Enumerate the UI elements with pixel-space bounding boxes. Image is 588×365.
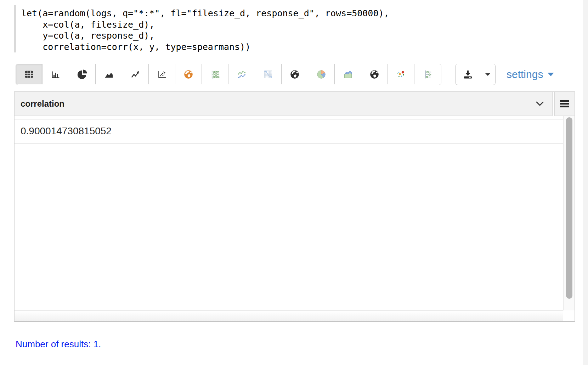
viz-area-chart-button[interactable] bbox=[96, 64, 122, 84]
viz-colored-pie-chart-button[interactable] bbox=[308, 64, 335, 84]
viz-heatmap-button[interactable] bbox=[255, 64, 282, 84]
download-button-group bbox=[455, 64, 496, 85]
results-count-text: Number of results: 1. bbox=[16, 339, 101, 350]
code-block-left-bar bbox=[14, 5, 16, 52]
viz-bar-chart-button[interactable] bbox=[43, 64, 69, 84]
table-icon bbox=[23, 69, 35, 80]
table-cell-correlation-value: 0.900014730815052 bbox=[21, 125, 112, 137]
caret-down-icon bbox=[547, 72, 555, 77]
scatter-plot-icon bbox=[156, 69, 168, 80]
viz-parallel-sliders-button[interactable] bbox=[414, 64, 441, 84]
download-button[interactable] bbox=[456, 64, 480, 84]
world-map-orange-icon bbox=[183, 69, 194, 80]
settings-label: settings bbox=[507, 68, 543, 80]
vertical-scrollbar[interactable] bbox=[563, 116, 575, 310]
footer-strip bbox=[15, 310, 563, 321]
scrollbar-corner bbox=[563, 310, 575, 321]
table-header-row: correlation bbox=[15, 92, 575, 116]
globe-icon bbox=[289, 69, 300, 80]
chevron-down-icon[interactable] bbox=[535, 101, 544, 107]
download-options-button[interactable] bbox=[480, 64, 495, 84]
column-header-label: correlation bbox=[21, 99, 535, 109]
multi-line-chart-icon bbox=[236, 69, 247, 80]
stacked-area-chart-icon bbox=[342, 69, 354, 80]
viz-colored-scatter-button[interactable] bbox=[388, 64, 414, 84]
table-row: 0.900014730815052 bbox=[15, 119, 563, 144]
code-line: y=col(a, response_d), bbox=[21, 30, 389, 41]
bubble-chart-icon bbox=[209, 69, 221, 80]
bar-chart-icon bbox=[50, 69, 61, 80]
globe-icon bbox=[369, 69, 380, 80]
table-menu-button[interactable] bbox=[554, 92, 575, 116]
area-chart-icon bbox=[103, 69, 114, 80]
viz-line-chart-button[interactable] bbox=[122, 64, 149, 84]
column-header-correlation[interactable]: correlation bbox=[15, 92, 553, 116]
colored-pie-chart-icon bbox=[316, 69, 327, 80]
viz-pie-chart-button[interactable] bbox=[69, 64, 96, 84]
viz-multi-line-chart-button[interactable] bbox=[228, 64, 255, 84]
parallel-sliders-icon bbox=[422, 69, 434, 80]
heatmap-icon bbox=[262, 69, 274, 80]
viz-scatter-plot-button[interactable] bbox=[149, 64, 175, 84]
viz-table-button[interactable] bbox=[16, 64, 43, 84]
table-body: 0.900014730815052 bbox=[15, 116, 575, 310]
colored-scatter-icon bbox=[395, 69, 407, 80]
viz-bubble-chart-button[interactable] bbox=[202, 64, 228, 84]
scrollbar-thumb[interactable] bbox=[566, 117, 572, 299]
download-icon bbox=[462, 69, 474, 80]
viz-world-map-button[interactable] bbox=[175, 64, 202, 84]
line-chart-icon bbox=[130, 69, 141, 80]
notebook-paragraph: { "code": { "lines": [ "let(a=random(log… bbox=[0, 0, 588, 365]
table-footer-bar bbox=[15, 310, 575, 321]
chart-type-button-group bbox=[16, 64, 441, 85]
viz-globe-2-button[interactable] bbox=[361, 64, 388, 84]
code-line: correlation=corr(x, y, type=spearmans)) bbox=[21, 41, 389, 53]
code-text: let(a=random(logs, q="*:*", fl="filesize… bbox=[21, 8, 389, 52]
viz-stacked-area-chart-button[interactable] bbox=[335, 64, 361, 84]
code-editor[interactable]: let(a=random(logs, q="*:*", fl="filesize… bbox=[14, 5, 439, 53]
code-line: let(a=random(logs, q="*:*", fl="filesize… bbox=[21, 8, 389, 19]
result-table-panel: correlation 0.900014730815052 bbox=[14, 91, 575, 322]
code-line: x=col(a, filesize_d), bbox=[21, 19, 389, 30]
pie-chart-icon bbox=[77, 69, 88, 80]
hamburger-menu-icon bbox=[560, 100, 570, 108]
settings-toggle[interactable]: settings bbox=[507, 64, 555, 85]
viz-globe-button[interactable] bbox=[282, 64, 308, 84]
page-scrollbar-gutter[interactable] bbox=[583, 0, 588, 365]
visualization-toolbar: settings bbox=[0, 64, 588, 85]
caret-down-icon bbox=[484, 72, 491, 77]
table-rows-area: 0.900014730815052 bbox=[15, 116, 563, 310]
